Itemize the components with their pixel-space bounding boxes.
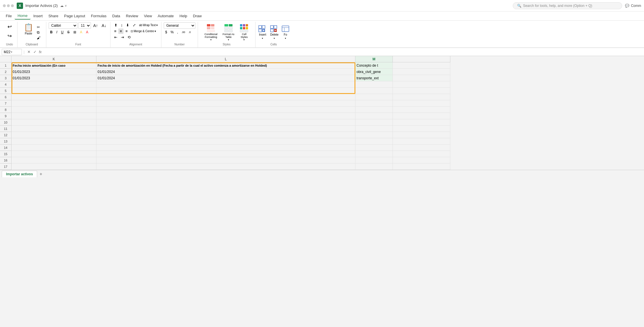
merge-centre-button[interactable]: ⊡ Merge & Centre ▾ [129,29,157,33]
cancel-formula-button[interactable]: ✕ [26,49,32,55]
cell-m17[interactable] [355,164,393,170]
cell-k17[interactable] [12,164,96,170]
insert-chevron[interactable]: ▾ [262,37,263,40]
cell-l9[interactable] [96,113,355,119]
menu-formulas[interactable]: Formulas [88,13,109,19]
title-chevron-icon[interactable]: ∨ [65,4,67,7]
cell-k14[interactable] [12,145,96,151]
cell-l12[interactable] [96,132,355,138]
cell-k15[interactable] [12,151,96,157]
formula-input[interactable] [44,49,642,55]
comm-button[interactable]: 💬 Comm [625,4,641,8]
cell-n16[interactable] [393,157,450,164]
delete-button[interactable]: Delete [269,32,280,37]
cell-m11[interactable] [355,126,393,132]
text-direction-button[interactable]: ⤢ [131,22,137,28]
cell-l7[interactable] [96,100,355,107]
bold-button[interactable]: B [49,30,54,35]
cell-l5[interactable] [96,88,355,94]
cell-m1[interactable]: Concepto de t [355,62,393,69]
cell-k4[interactable] [12,81,96,88]
font-color-button[interactable]: A [85,30,90,35]
cell-m4[interactable] [355,81,393,88]
percent-button[interactable]: % [169,30,175,35]
cell-m2[interactable]: obra_civil_gene [355,69,393,75]
cell-m7[interactable] [355,100,393,107]
cell-k10[interactable] [12,119,96,126]
cell-l2[interactable]: 01/01/2024 [96,69,355,75]
global-search[interactable]: 🔍 Search for tools, help, and more (Opti… [513,2,622,9]
align-left-button[interactable]: ≡ [113,28,118,34]
confirm-formula-button[interactable]: ✓ [32,49,38,55]
col-header-m[interactable]: M [355,56,393,62]
cell-n8[interactable] [393,107,450,113]
format-chevron[interactable]: ▾ [285,37,286,40]
cell-k11[interactable] [12,126,96,132]
cell-k8[interactable] [12,107,96,113]
cell-n2[interactable] [393,69,450,75]
insert-button[interactable]: Insert [258,32,267,37]
cell-n11[interactable] [393,126,450,132]
cell-n1[interactable] [393,62,450,69]
cell-n9[interactable] [393,113,450,119]
comma-button[interactable]: , [176,30,179,35]
cell-m9[interactable] [355,113,393,119]
cell-l1[interactable]: Fecha de inicio de amortización en Holde… [96,62,355,69]
cell-k1[interactable]: Fecha inicio amortización (En caso [12,62,96,69]
cell-n6[interactable] [393,94,450,100]
increase-decimal-button[interactable]: .0 [187,30,192,34]
cell-reference-box[interactable]: M22 ▾ [2,49,22,55]
cell-n17[interactable] [393,164,450,170]
cell-m6[interactable] [355,94,393,100]
col-header-k[interactable]: K [12,56,96,62]
cell-m16[interactable] [355,157,393,164]
cell-l4[interactable] [96,81,355,88]
cell-l14[interactable] [96,145,355,151]
cell-m12[interactable] [355,132,393,138]
strikethrough-button[interactable]: S [66,30,71,35]
cell-k13[interactable] [12,138,96,145]
cell-styles-button[interactable]: Cell Styles ▾ [238,22,250,42]
cell-k6[interactable] [12,94,96,100]
cell-n4[interactable] [393,81,450,88]
underline-button[interactable]: U [60,30,65,35]
cell-n15[interactable] [393,151,450,157]
menu-page-layout[interactable]: Page Layout [61,13,88,19]
menu-data[interactable]: Data [109,13,123,19]
cut-button[interactable]: ✂ [36,25,41,30]
cell-m14[interactable] [355,145,393,151]
cell-l6[interactable] [96,94,355,100]
menu-review[interactable]: Review [123,13,141,19]
cell-n10[interactable] [393,119,450,126]
redo-button[interactable]: ↪ [6,32,14,40]
cell-m13[interactable] [355,138,393,145]
cell-k2[interactable]: 01/01/2023 [12,69,96,75]
cell-l13[interactable] [96,138,355,145]
window-controls[interactable] [3,4,14,7]
cell-l10[interactable] [96,119,355,126]
cloud-icon[interactable]: ☁ [60,4,64,8]
italic-button[interactable]: I [55,30,59,35]
cell-n14[interactable] [393,145,450,151]
conditional-formatting-button[interactable]: Conditional Formatting ▾ [203,22,219,42]
menu-insert[interactable]: Insert [31,13,46,19]
undo-button[interactable]: ↩ [6,22,14,31]
col-header-l[interactable]: L [96,56,355,62]
cell-k3[interactable]: 01/01/2023 [12,75,96,81]
menu-view[interactable]: View [141,13,155,19]
add-sheet-button[interactable]: + [38,172,44,177]
cell-n3[interactable] [393,75,450,81]
menu-file[interactable]: File [3,13,15,19]
cell-l11[interactable] [96,126,355,132]
align-bottom-button[interactable]: ⬇ [125,22,131,28]
cell-n12[interactable] [393,132,450,138]
indent-decrease-button[interactable]: ⇤ [113,34,119,40]
cell-k5[interactable] [12,88,96,94]
paste-button[interactable]: 📋 Paste [22,22,35,42]
cell-l15[interactable] [96,151,355,157]
delete-chevron[interactable]: ▾ [274,37,275,40]
cell-l16[interactable] [96,157,355,164]
minimize-dot[interactable] [7,4,10,7]
cell-m15[interactable] [355,151,393,157]
menu-draw[interactable]: Draw [190,13,205,19]
